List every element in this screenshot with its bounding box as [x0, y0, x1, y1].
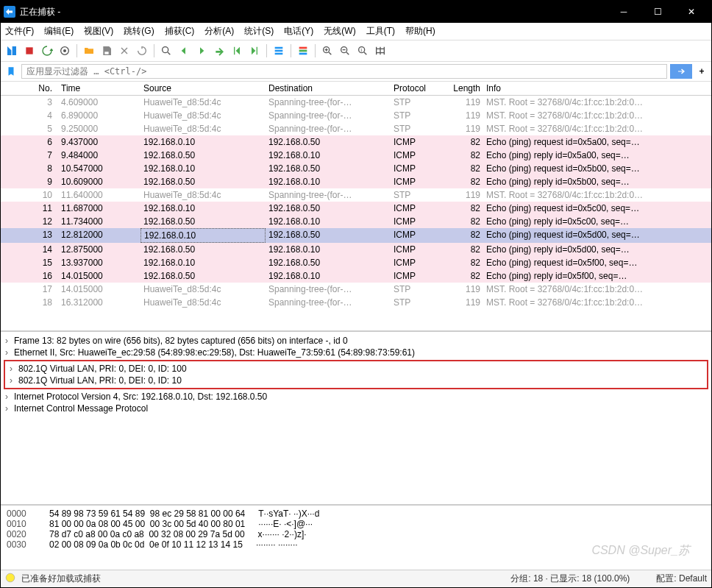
- packet-row[interactable]: 910.609000192.168.0.50192.168.0.10ICMP82…: [1, 175, 711, 188]
- menu-item[interactable]: 帮助(H): [405, 25, 435, 38]
- goto-packet-icon[interactable]: [211, 43, 227, 59]
- autoscroll-icon[interactable]: [271, 43, 287, 59]
- packet-row[interactable]: 1816.312000HuaweiTe_d8:5d:4cSpanning-tre…: [1, 296, 711, 309]
- col-header-source[interactable]: Source: [140, 82, 266, 95]
- menu-item[interactable]: 文件(F): [5, 25, 34, 38]
- packet-list-pane[interactable]: No. Time Source Destination Protocol Len…: [1, 82, 711, 332]
- colorize-icon[interactable]: [295, 43, 311, 59]
- find-icon[interactable]: [158, 43, 174, 59]
- menu-item[interactable]: 工具(T): [366, 25, 395, 38]
- packet-row[interactable]: 79.484000192.168.0.50192.168.0.10ICMP82E…: [1, 149, 711, 162]
- add-filter-button[interactable]: +: [695, 64, 708, 79]
- svg-rect-6: [299, 50, 307, 52]
- packet-bytes-pane[interactable]: 000054 89 98 73 59 61 54 89 98 ec 29 58 …: [1, 506, 711, 570]
- menu-item[interactable]: 跳转(G): [124, 25, 154, 38]
- filter-bar: +: [1, 62, 711, 82]
- restart-capture-icon[interactable]: [39, 43, 55, 59]
- status-profile: 配置: Default: [656, 573, 707, 585]
- menu-item[interactable]: 捕获(C): [165, 25, 195, 38]
- tree-vlan-inner[interactable]: 802.1Q Virtual LAN, PRI: 0, DEI: 0, ID: …: [5, 375, 707, 386]
- menu-item[interactable]: 分析(A): [204, 25, 234, 38]
- apply-filter-button[interactable]: [670, 64, 692, 79]
- packet-row[interactable]: 810.547000192.168.0.10192.168.0.50ICMP82…: [1, 162, 711, 175]
- expert-info-icon[interactable]: [5, 573, 15, 585]
- zoom-reset-icon[interactable]: 1: [355, 43, 371, 59]
- hex-row[interactable]: 001081 00 00 0a 08 00 45 00 00 3c 00 5d …: [7, 519, 705, 529]
- svg-rect-3: [104, 52, 108, 54]
- packet-row[interactable]: 1011.640000HuaweiTe_d8:5d:4cSpanning-tre…: [1, 188, 711, 202]
- titlebar: 正在捕获 - ─ ☐ ✕: [1, 1, 711, 23]
- col-header-info[interactable]: Info: [483, 82, 711, 95]
- packet-row[interactable]: 69.437000192.168.0.10192.168.0.50ICMP82E…: [1, 135, 711, 149]
- svg-rect-0: [26, 47, 32, 54]
- packet-row[interactable]: 1412.875000192.168.0.50192.168.0.10ICMP8…: [1, 243, 711, 256]
- status-left: 已准备好加载或捕获: [21, 573, 101, 585]
- app-icon: [4, 6, 15, 18]
- packet-list-header: No. Time Source Destination Protocol Len…: [1, 82, 711, 96]
- zoom-out-icon[interactable]: [337, 43, 353, 59]
- hex-row[interactable]: 003002 00 08 09 0a 0b 0c 0d 0e 0f 10 11 …: [7, 539, 705, 550]
- hex-row[interactable]: 002078 d7 c0 a8 00 0a c0 a8 00 32 08 00 …: [7, 529, 705, 539]
- packet-details-pane[interactable]: Frame 13: 82 bytes on wire (656 bits), 8…: [1, 332, 711, 506]
- packet-row[interactable]: 34.609000HuaweiTe_d8:5d:4cSpanning-tree-…: [1, 96, 711, 109]
- close-button[interactable]: ✕: [674, 1, 708, 23]
- svg-point-2: [63, 49, 66, 52]
- menu-item[interactable]: 编辑(E): [44, 25, 74, 38]
- minimize-button[interactable]: ─: [607, 1, 641, 23]
- statusbar: 已准备好加载或捕获 分组: 18 · 已显示: 18 (100.0%) 配置: …: [1, 570, 711, 587]
- zoom-in-icon[interactable]: [319, 43, 335, 59]
- tree-ethernet[interactable]: Ethernet II, Src: HuaweiTe_ec:29:58 (54:…: [1, 347, 711, 358]
- bookmark-icon[interactable]: [4, 64, 18, 79]
- svg-point-12: [6, 573, 15, 582]
- prev-packet-icon[interactable]: [176, 43, 192, 59]
- menubar: 文件(F)编辑(E)视图(V)跳转(G)捕获(C)分析(A)统计(S)电话(Y)…: [1, 23, 711, 40]
- col-header-length[interactable]: Length: [442, 82, 483, 95]
- col-header-time[interactable]: Time: [58, 82, 140, 95]
- close-file-icon[interactable]: [116, 43, 132, 59]
- reload-icon[interactable]: [134, 43, 150, 59]
- last-packet-icon[interactable]: [246, 43, 263, 59]
- svg-rect-5: [299, 47, 307, 49]
- tree-icmp[interactable]: Internet Control Message Protocol: [1, 403, 711, 414]
- toolbar: 1: [1, 40, 711, 62]
- tree-frame[interactable]: Frame 13: 82 bytes on wire (656 bits), 8…: [1, 335, 711, 347]
- save-file-icon[interactable]: [99, 43, 115, 59]
- packet-row[interactable]: 1513.937000192.168.0.10192.168.0.50ICMP8…: [1, 256, 711, 269]
- col-header-no[interactable]: No.: [1, 82, 58, 95]
- display-filter-input[interactable]: [21, 64, 667, 79]
- col-header-protocol[interactable]: Protocol: [391, 82, 442, 95]
- packet-row[interactable]: 1714.015000HuaweiTe_d8:5d:4cSpanning-tre…: [1, 283, 711, 296]
- tree-vlan-outer[interactable]: 802.1Q Virtual LAN, PRI: 0, DEI: 0, ID: …: [5, 363, 707, 375]
- tree-ip[interactable]: Internet Protocol Version 4, Src: 192.16…: [1, 391, 711, 403]
- stop-capture-icon[interactable]: [21, 43, 38, 59]
- packet-row[interactable]: 1111.687000192.168.0.10192.168.0.50ICMP8…: [1, 202, 711, 215]
- packet-row[interactable]: 59.250000HuaweiTe_d8:5d:4cSpanning-tree-…: [1, 122, 711, 135]
- highlight-box: 802.1Q Virtual LAN, PRI: 0, DEI: 0, ID: …: [4, 360, 708, 389]
- packet-row[interactable]: 46.890000HuaweiTe_d8:5d:4cSpanning-tree-…: [1, 109, 711, 122]
- col-header-destination[interactable]: Destination: [266, 82, 391, 95]
- hex-row[interactable]: 000054 89 98 73 59 61 54 89 98 ec 29 58 …: [7, 509, 705, 519]
- packet-row[interactable]: 1312.812000192.168.0.10192.168.0.50ICMP8…: [1, 228, 711, 243]
- menu-item[interactable]: 电话(Y): [284, 25, 313, 38]
- capture-options-icon[interactable]: [57, 43, 73, 59]
- packet-row[interactable]: 1614.015000192.168.0.50192.168.0.10ICMP8…: [1, 269, 711, 283]
- menu-item[interactable]: 视图(V): [84, 25, 113, 38]
- menu-item[interactable]: 无线(W): [324, 25, 355, 38]
- svg-rect-7: [299, 53, 307, 55]
- next-packet-icon[interactable]: [193, 43, 210, 59]
- resize-columns-icon[interactable]: [372, 43, 388, 59]
- svg-text:1: 1: [360, 48, 363, 52]
- svg-point-4: [163, 47, 168, 53]
- start-capture-icon[interactable]: [4, 43, 20, 59]
- maximize-button[interactable]: ☐: [641, 1, 674, 23]
- first-packet-icon[interactable]: [229, 43, 245, 59]
- open-file-icon[interactable]: [81, 43, 97, 59]
- packet-row[interactable]: 1211.734000192.168.0.50192.168.0.10ICMP8…: [1, 215, 711, 228]
- window-title: 正在捕获 -: [20, 6, 607, 18]
- status-packets: 分组: 18 · 已显示: 18 (100.0%): [510, 573, 630, 585]
- menu-item[interactable]: 统计(S): [244, 25, 274, 38]
